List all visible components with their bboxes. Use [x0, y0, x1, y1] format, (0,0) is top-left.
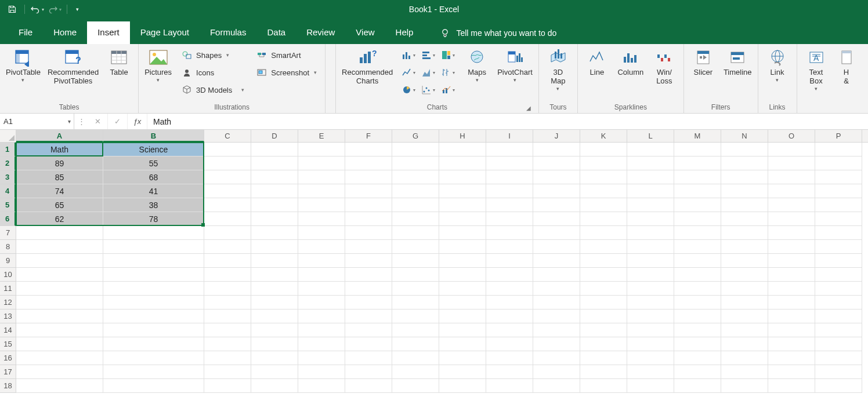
cell-A6[interactable]: 62 — [16, 212, 103, 226]
pivottable-button[interactable]: PivotTable▾ — [6, 45, 41, 83]
cell-N9[interactable] — [721, 254, 768, 268]
cell-H7[interactable] — [439, 226, 486, 240]
cell-B5[interactable]: 38 — [103, 198, 204, 212]
cell-D2[interactable] — [251, 156, 298, 170]
cell-G11[interactable] — [392, 282, 439, 296]
cell-N8[interactable] — [721, 240, 768, 254]
maps-button[interactable]: Maps▾ — [464, 45, 490, 83]
cell-M18[interactable] — [674, 379, 721, 393]
cell-O18[interactable] — [768, 379, 815, 393]
cell-I4[interactable] — [486, 184, 533, 198]
cell-J10[interactable] — [533, 268, 580, 282]
cell-I1[interactable] — [486, 143, 533, 156]
sparkline-winloss-button[interactable]: Win/ Loss — [651, 45, 678, 86]
cell-J7[interactable] — [533, 226, 580, 240]
cell-G12[interactable] — [392, 296, 439, 309]
cell-H8[interactable] — [439, 240, 486, 254]
cell-I3[interactable] — [486, 170, 533, 184]
cell-J4[interactable] — [533, 184, 580, 198]
cell-M15[interactable] — [674, 337, 721, 351]
cell-C4[interactable] — [204, 184, 251, 198]
column-header-F[interactable]: F — [345, 130, 392, 142]
cell-A15[interactable] — [16, 337, 103, 351]
cell-M17[interactable] — [674, 365, 721, 379]
cell-O13[interactable] — [768, 309, 815, 323]
cell-M5[interactable] — [674, 198, 721, 212]
cell-E4[interactable] — [298, 184, 345, 198]
cell-B10[interactable] — [103, 268, 204, 282]
cell-P6[interactable] — [815, 212, 862, 226]
cell-E11[interactable] — [298, 282, 345, 296]
tab-view[interactable]: View — [345, 21, 385, 44]
cell-M10[interactable] — [674, 268, 721, 282]
column-header-B[interactable]: B — [103, 130, 204, 142]
cell-N18[interactable] — [721, 379, 768, 393]
stock-chart-button[interactable]: ▾ — [439, 65, 457, 80]
timeline-button[interactable]: Timeline — [724, 45, 752, 77]
cell-C5[interactable] — [204, 198, 251, 212]
cell-A4[interactable]: 74 — [16, 184, 103, 198]
cell-P7[interactable] — [815, 226, 862, 240]
cell-J11[interactable] — [533, 282, 580, 296]
cell-D3[interactable] — [251, 170, 298, 184]
column-headers[interactable]: ABCDEFGHIJKLMNOP — [16, 130, 868, 143]
cell-G8[interactable] — [392, 240, 439, 254]
cell-L18[interactable] — [627, 379, 674, 393]
cell-F2[interactable] — [345, 156, 392, 170]
cell-B2[interactable]: 55 — [103, 156, 204, 170]
cell-B12[interactable] — [103, 296, 204, 309]
cell-P10[interactable] — [815, 268, 862, 282]
cell-B13[interactable] — [103, 309, 204, 323]
cell-E5[interactable] — [298, 198, 345, 212]
cell-P4[interactable] — [815, 184, 862, 198]
cell-B17[interactable] — [103, 365, 204, 379]
cell-E7[interactable] — [298, 226, 345, 240]
cell-A11[interactable] — [16, 282, 103, 296]
cell-H12[interactable] — [439, 296, 486, 309]
cell-C18[interactable] — [204, 379, 251, 393]
cell-I11[interactable] — [486, 282, 533, 296]
cell-A5[interactable]: 65 — [16, 198, 103, 212]
fx-button[interactable]: ƒx — [128, 114, 147, 129]
cell-F18[interactable] — [345, 379, 392, 393]
cell-C11[interactable] — [204, 282, 251, 296]
column-header-D[interactable]: D — [251, 130, 298, 142]
cell-P11[interactable] — [815, 282, 862, 296]
cell-B18[interactable] — [103, 379, 204, 393]
slicer-button[interactable]: Slicer — [690, 45, 717, 77]
cell-C9[interactable] — [204, 254, 251, 268]
link-button[interactable]: Link▾ — [764, 45, 791, 83]
cell-N15[interactable] — [721, 337, 768, 351]
tab-data[interactable]: Data — [256, 21, 296, 44]
cell-N12[interactable] — [721, 296, 768, 309]
cell-O2[interactable] — [768, 156, 815, 170]
cell-F6[interactable] — [345, 212, 392, 226]
cell-D16[interactable] — [251, 351, 298, 365]
cell-A1[interactable]: Math — [16, 143, 103, 156]
cell-C10[interactable] — [204, 268, 251, 282]
cell-A8[interactable] — [16, 240, 103, 254]
cell-N5[interactable] — [721, 198, 768, 212]
cell-K18[interactable] — [580, 379, 627, 393]
cell-E12[interactable] — [298, 296, 345, 309]
cell-L13[interactable] — [627, 309, 674, 323]
row-header-7[interactable]: 7 — [0, 226, 16, 240]
cell-C14[interactable] — [204, 323, 251, 337]
row-header-9[interactable]: 9 — [0, 254, 16, 268]
cell-E16[interactable] — [298, 351, 345, 365]
cell-J5[interactable] — [533, 198, 580, 212]
cell-P3[interactable] — [815, 170, 862, 184]
cancel-formula-button[interactable]: ✕ — [88, 114, 108, 129]
cell-I14[interactable] — [486, 323, 533, 337]
cell-B7[interactable] — [103, 226, 204, 240]
cell-E18[interactable] — [298, 379, 345, 393]
qat-customize[interactable]: ▾ — [72, 3, 82, 16]
cell-I8[interactable] — [486, 240, 533, 254]
cell-D11[interactable] — [251, 282, 298, 296]
cell-H15[interactable] — [439, 337, 486, 351]
row-header-2[interactable]: 2 — [0, 156, 16, 170]
cell-L7[interactable] — [627, 226, 674, 240]
cell-G7[interactable] — [392, 226, 439, 240]
cell-L4[interactable] — [627, 184, 674, 198]
cell-D5[interactable] — [251, 198, 298, 212]
